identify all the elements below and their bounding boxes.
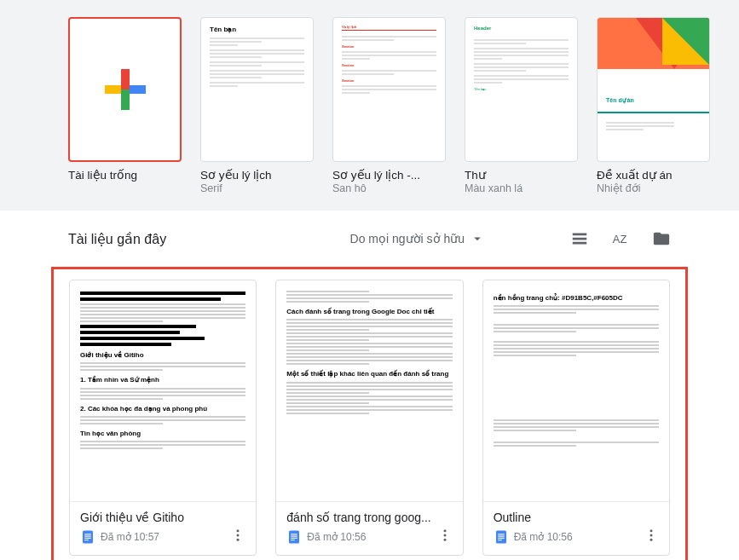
template-resume-serif[interactable]: Tên bạn Sơ yếu lý lịch Serif: [200, 17, 314, 195]
doc-card[interactable]: nền hồng trang chủ: #D91B5C,#F605DC Outl…: [482, 280, 670, 556]
svg-rect-11: [292, 536, 298, 537]
svg-rect-18: [498, 534, 505, 534]
svg-rect-5: [84, 540, 89, 540]
template-thumb[interactable]: Tên bạn: [200, 17, 314, 162]
google-docs-icon: [80, 529, 95, 545]
recent-docs-grid: Giới thiệu về Gitiho 1. Tầm nhìn và Sứ m…: [51, 267, 688, 560]
preview-heading: Tin học văn phòng: [80, 429, 245, 438]
svg-point-14: [443, 529, 446, 532]
svg-rect-12: [292, 538, 298, 539]
template-letter-green[interactable]: Header Tên bạn Thư Màu xanh lá: [465, 17, 578, 195]
more-vert-icon: [437, 528, 453, 543]
doc-meta: Đã mở 10:57: [101, 531, 225, 543]
template-subtitle: Màu xanh lá: [465, 182, 578, 195]
list-view-icon[interactable]: [570, 229, 589, 248]
template-thumb[interactable]: Header Tên bạn: [465, 17, 578, 162]
plus-icon: [121, 69, 130, 110]
template-subtitle: Nhiệt đới: [597, 182, 710, 195]
recent-header-row: Tài liệu gần đây Do mọi người sở hữu AZ: [0, 211, 739, 257]
svg-rect-19: [498, 536, 505, 537]
svg-rect-13: [292, 540, 296, 540]
doc-title: Giới thiệu về Gitiho: [80, 511, 245, 524]
svg-rect-3: [84, 536, 91, 537]
doc-card[interactable]: Giới thiệu về Gitiho 1. Tầm nhìn và Sứ m…: [69, 280, 257, 556]
owner-filter[interactable]: Do mọi người sở hữu: [350, 231, 485, 246]
template-title: Sơ yếu lý lịch: [200, 169, 314, 182]
template-subtitle: San hô: [332, 182, 446, 195]
doc-card[interactable]: Cách đánh số trang trong Google Doc chi …: [275, 280, 463, 556]
svg-rect-2: [84, 534, 91, 534]
preview-heading: nền hồng trang chủ: #D91B5C,#F605DC: [494, 293, 659, 303]
template-title: Đề xuất dự án: [597, 169, 710, 182]
doc-meta: Đã mở 10:56: [514, 531, 638, 543]
svg-rect-17: [496, 531, 506, 544]
template-subtitle: Serif: [200, 182, 314, 195]
template-thumb[interactable]: Và lý lịch Section Section Section: [332, 17, 446, 162]
fake-heading: Tên bạn: [210, 25, 304, 35]
google-docs-icon: [494, 529, 509, 545]
template-blank-thumb[interactable]: [68, 17, 182, 162]
svg-rect-9: [289, 531, 299, 544]
preview-heading: Giới thiệu về Gitiho: [80, 350, 245, 360]
template-proposal-tropical[interactable]: Tên dự án Đề xuất dự án Nhiệt đới: [597, 17, 710, 195]
svg-point-16: [443, 539, 446, 541]
sort-az-icon[interactable]: AZ: [611, 229, 630, 248]
more-button[interactable]: [644, 528, 659, 546]
preview-heading: Cách đánh số trang trong Google Doc chi …: [286, 307, 452, 316]
doc-title: Outline: [494, 511, 659, 524]
doc-title: đánh số trang trong goog...: [286, 511, 452, 524]
template-title: Sơ yếu lý lịch -...: [332, 169, 446, 182]
svg-point-8: [237, 539, 240, 541]
svg-point-22: [650, 529, 652, 532]
svg-rect-1: [83, 531, 93, 544]
svg-point-6: [237, 529, 240, 532]
preview-heading: 1. Tầm nhìn và Sứ mệnh: [80, 375, 245, 384]
svg-point-7: [237, 534, 240, 537]
template-thumb[interactable]: Tên dự án: [597, 17, 710, 162]
template-blank[interactable]: Tài liệu trống: [68, 17, 182, 195]
doc-preview: Giới thiệu về Gitiho 1. Tầm nhìn và Sứ m…: [70, 280, 256, 502]
more-vert-icon: [230, 528, 245, 543]
template-gallery: Tài liệu trống Tên bạn: [0, 0, 739, 211]
svg-rect-20: [498, 538, 505, 539]
doc-meta: Đã mở 10:56: [307, 531, 431, 543]
template-resume-coral[interactable]: Và lý lịch Section Section Section: [332, 17, 446, 195]
chevron-down-icon: [470, 231, 485, 246]
preview-heading: 2. Các khóa học đa dạng và phong phú: [80, 404, 245, 413]
template-title: Thư: [465, 169, 578, 182]
svg-point-24: [650, 539, 652, 541]
more-button[interactable]: [230, 528, 245, 546]
folder-icon[interactable]: [652, 229, 671, 248]
svg-point-23: [650, 534, 652, 537]
svg-rect-4: [84, 538, 91, 539]
doc-preview: Cách đánh số trang trong Google Doc chi …: [276, 280, 462, 502]
svg-point-15: [443, 534, 446, 537]
preview-heading: Một số thiết lập khác liên quan đến đánh…: [286, 369, 452, 378]
template-title: Tài liệu trống: [68, 169, 182, 182]
fake-heading: Tên dự án: [606, 96, 634, 106]
recent-header: Tài liệu gần đây: [68, 231, 166, 247]
svg-rect-10: [292, 534, 298, 534]
google-docs-icon: [286, 529, 302, 545]
more-button[interactable]: [437, 528, 453, 546]
svg-rect-21: [498, 540, 502, 540]
doc-preview: nền hồng trang chủ: #D91B5C,#F605DC: [483, 280, 669, 502]
more-vert-icon: [644, 528, 659, 543]
owner-filter-label: Do mọi người sở hữu: [350, 232, 465, 245]
